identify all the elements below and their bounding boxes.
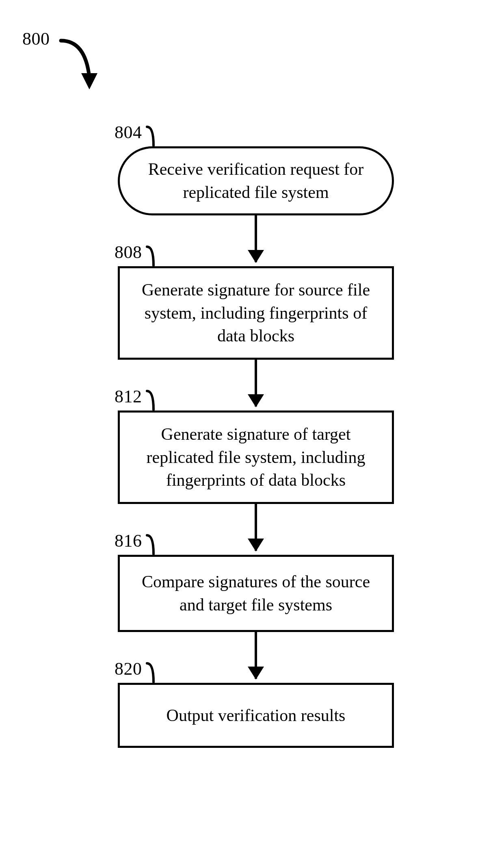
step-ref-text: 808 [115, 242, 142, 262]
ref-bracket-icon [145, 125, 162, 149]
ref-bracket-icon [145, 534, 162, 557]
flow-node-text: Receive verification request for replica… [132, 158, 380, 204]
flow-node-process: Generate signature of target replicated … [118, 411, 394, 504]
flowchart-canvas: 800 804 Receive verification request for… [0, 0, 504, 858]
ref-bracket-icon [145, 662, 162, 685]
step-ref-text: 820 [115, 659, 142, 679]
arrow-icon [255, 360, 257, 406]
figure-ref-arrow-icon [57, 33, 110, 98]
flow-node-text: Output verification results [167, 704, 346, 727]
step-ref-label: 816 [115, 530, 142, 551]
step-ref-label: 820 [115, 658, 142, 679]
step-ref-label: 808 [115, 242, 142, 263]
flow-node-process: Output verification results [118, 683, 394, 748]
flow-node-process: Compare signatures of the source and tar… [118, 555, 394, 632]
step-ref-text: 804 [115, 122, 142, 142]
flow-node-terminator: Receive verification request for replica… [118, 146, 394, 215]
arrow-icon [255, 632, 257, 679]
step-ref-label: 812 [115, 386, 142, 407]
flow-node-text: Generate signature of target replicated … [132, 423, 380, 492]
ref-bracket-icon [145, 245, 162, 269]
flow-node-text: Generate signature for source file syste… [132, 278, 380, 348]
step-ref-label: 804 [115, 122, 142, 143]
ref-bracket-icon [145, 389, 162, 413]
figure-ref-text: 800 [22, 29, 50, 49]
svg-marker-0 [81, 73, 97, 89]
arrow-icon [255, 504, 257, 551]
step-ref-text: 812 [115, 387, 142, 406]
flow-node-process: Generate signature for source file syste… [118, 266, 394, 360]
arrow-icon [255, 215, 257, 262]
step-ref-text: 816 [115, 531, 142, 551]
figure-ref-label: 800 [22, 28, 50, 49]
flow-node-text: Compare signatures of the source and tar… [132, 570, 380, 616]
